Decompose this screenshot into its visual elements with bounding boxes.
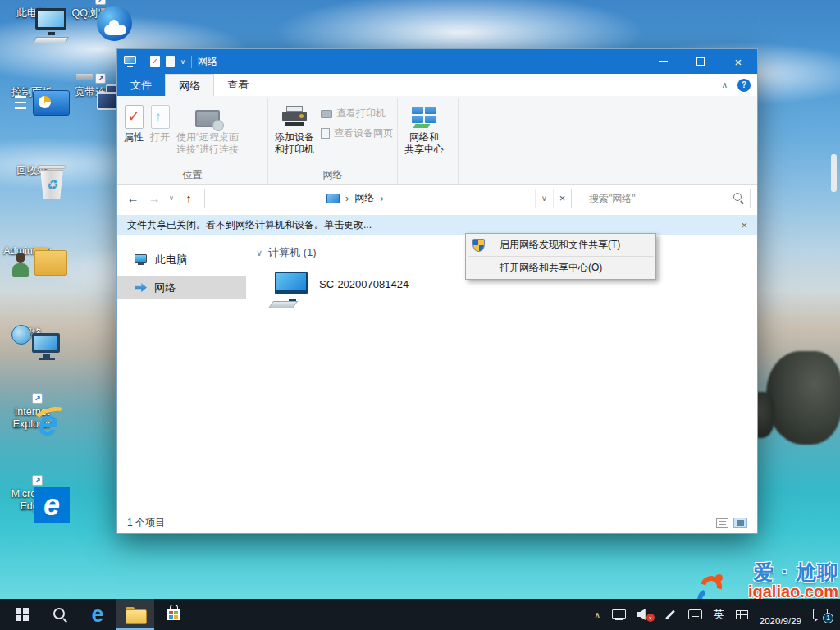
- qat-new-folder-button[interactable]: [166, 56, 175, 67]
- notification-text[interactable]: 文件共享已关闭。看不到网络计算机和设备。单击更改...: [127, 218, 372, 232]
- recent-locations-dropdown-icon[interactable]: ∨: [167, 194, 176, 202]
- ribbon-group-label: 网络: [268, 168, 397, 182]
- desktop: 此电脑 ↗ QQ浏览器 控制面板 ↗ 宽带连接 ♻ 回收站 Administra…: [0, 0, 840, 630]
- close-button[interactable]: ×: [719, 49, 757, 74]
- webpage-small-icon: [321, 128, 330, 139]
- address-bar[interactable]: › 网络 › ∨ ×: [204, 189, 572, 208]
- watermark-title: 爱 · 尬聊: [697, 561, 838, 583]
- up-button[interactable]: ↑: [180, 191, 198, 205]
- network-location-icon: [326, 194, 340, 203]
- sharing-options-menu: 启用网络发现和文件共享(T) 打开网络和共享中心(O): [465, 233, 656, 280]
- breadcrumb-separator-icon: ›: [345, 192, 349, 204]
- desktop-icon-this-pc[interactable]: 此电脑: [1, 5, 63, 20]
- taskbar: e ∧ × 英 2020/9/29 1: [0, 599, 840, 630]
- breadcrumb-network[interactable]: 网络: [354, 191, 374, 205]
- network-sharing-center-button[interactable]: 网络和 共享中心: [401, 100, 447, 158]
- tray-pen-icon[interactable]: [658, 599, 682, 630]
- sidebar-item-network[interactable]: 网络: [117, 276, 246, 299]
- edge-icon: e: [91, 604, 103, 626]
- open-button[interactable]: ↑ 打开: [147, 100, 173, 145]
- title-bar[interactable]: ✓ ∨ 网络 ×: [117, 49, 757, 74]
- taskbar-edge-button[interactable]: e: [79, 599, 116, 630]
- address-history-dropdown-icon[interactable]: ∨: [535, 189, 553, 208]
- add-devices-printers-button[interactable]: 添加设备 和打印机: [272, 100, 317, 158]
- taskbar-search-button[interactable]: [41, 599, 79, 630]
- desktop-icon-recycle-bin[interactable]: ♻ 回收站: [1, 162, 63, 177]
- notification-count-badge: 1: [823, 613, 833, 623]
- clock[interactable]: 2020/9/29: [754, 599, 807, 630]
- tray-network-icon[interactable]: [606, 599, 632, 630]
- tray-touch-keyboard-icon[interactable]: [730, 599, 754, 630]
- sidebar-item-this-pc[interactable]: 此电脑: [117, 249, 246, 271]
- computer-icon: [269, 272, 312, 309]
- minimize-button[interactable]: [644, 49, 682, 74]
- sidebar-item-label: 此电脑: [155, 253, 187, 267]
- notification-bar[interactable]: 文件共享已关闭。看不到网络计算机和设备。单击更改... ×: [117, 215, 757, 235]
- remote-desktop-connect-button[interactable]: 使用“远程桌面 连接”进行连接: [173, 100, 242, 158]
- search-icon[interactable]: [733, 193, 744, 203]
- ime-indicator[interactable]: 英: [708, 599, 730, 630]
- menu-item-open-sharing-center[interactable]: 打开网络和共享中心(O): [466, 257, 655, 279]
- menu-item-label: 启用网络发现和文件共享(T): [500, 238, 620, 252]
- collapse-ribbon-icon[interactable]: ∧: [722, 80, 728, 89]
- navigation-pane: 此电脑 网络: [117, 235, 246, 514]
- notification-close-icon[interactable]: ×: [741, 219, 747, 231]
- group-collapse-icon[interactable]: ∨: [256, 248, 262, 258]
- taskbar-explorer-button[interactable]: [116, 599, 154, 630]
- help-icon[interactable]: ?: [737, 79, 751, 92]
- breadcrumb-separator-icon[interactable]: ›: [380, 192, 383, 204]
- view-device-webpage-button[interactable]: 查看设备网页: [317, 125, 396, 142]
- store-icon: [167, 609, 180, 620]
- notification-center-icon[interactable]: 1: [807, 599, 835, 630]
- explorer-window: ✓ ∨ 网络 × 文件 网络 查看 ∧ ? ✓: [117, 49, 757, 533]
- maximize-button[interactable]: [682, 49, 719, 74]
- tab-file[interactable]: 文件: [117, 74, 165, 96]
- view-printers-button[interactable]: 查看打印机: [317, 105, 396, 122]
- network-small-icon: [135, 283, 147, 292]
- ribbon-group-label: 位置: [117, 168, 267, 182]
- qat-customize-dropdown-icon[interactable]: ∨: [180, 58, 185, 66]
- desktop-icon-qq-browser[interactable]: ↗ QQ浏览器: [64, 5, 126, 20]
- open-icon: ↑: [151, 105, 170, 129]
- tray-volume-muted-icon[interactable]: ×: [632, 599, 658, 630]
- desktop-icon-internet-explorer[interactable]: e ↗ Internet Explorer: [1, 404, 63, 431]
- search-input[interactable]: [582, 193, 733, 204]
- desktop-icon-network[interactable]: 网络: [1, 325, 63, 340]
- ribbon-group-sharing-center: 网络和 共享中心: [398, 98, 459, 184]
- ribbon: ✓ 属性 ↑ 打开 使用“远程桌面 连接”进行连接 位置 添加设备: [117, 96, 757, 185]
- ribbon-tab-strip: 文件 网络 查看 ∧ ?: [117, 74, 757, 96]
- file-explorer-icon: [126, 607, 145, 623]
- desktop-icon-admin-folder[interactable]: Administra...: [1, 243, 63, 258]
- address-bar-row: ← → ∨ ↑ › 网络 › ∨ ×: [117, 185, 757, 212]
- details-view-button[interactable]: [716, 518, 728, 528]
- shortcut-arrow-icon: ↗: [95, 0, 106, 5]
- quick-access-toolbar: ✓ ∨ 网络: [117, 55, 644, 69]
- maximize-icon: [696, 57, 705, 66]
- this-pc-small-icon: [135, 254, 148, 265]
- back-button[interactable]: ←: [124, 191, 142, 205]
- tab-view[interactable]: 查看: [214, 74, 262, 96]
- stop-loading-button[interactable]: ×: [553, 189, 571, 208]
- windows-logo-icon: [16, 608, 29, 621]
- start-button[interactable]: [3, 599, 41, 630]
- forward-button[interactable]: →: [145, 191, 163, 205]
- desktop-icon-microsoft-edge[interactable]: e ↗ Microsoft Edge: [1, 486, 63, 513]
- menu-item-label: 打开网络和共享中心(O): [500, 261, 602, 275]
- taskbar-store-button[interactable]: [154, 599, 192, 630]
- tray-keyboard-icon[interactable]: [682, 599, 708, 630]
- ribbon-group-network: 添加设备 和打印机 查看打印机 查看设备网页 网络: [268, 98, 398, 184]
- menu-item-enable-discovery[interactable]: 启用网络发现和文件共享(T): [466, 234, 655, 256]
- printer-icon: [282, 106, 307, 127]
- group-header[interactable]: 计算机 (1): [268, 245, 317, 260]
- tab-network[interactable]: 网络: [165, 74, 214, 96]
- qat-properties-button[interactable]: ✓: [150, 56, 160, 67]
- properties-button[interactable]: ✓ 属性: [121, 100, 147, 145]
- computer-item[interactable]: SC-202007081424: [266, 268, 471, 313]
- large-icons-view-button[interactable]: [733, 518, 747, 528]
- search-box: [582, 189, 751, 208]
- desktop-icon-control-panel[interactable]: 控制面板: [1, 84, 63, 98]
- tray-expand-icon[interactable]: ∧: [589, 599, 606, 630]
- shortcut-arrow-icon: ↗: [32, 475, 43, 486]
- uac-shield-icon: [472, 239, 485, 252]
- items-count: 1 个项目: [127, 516, 165, 530]
